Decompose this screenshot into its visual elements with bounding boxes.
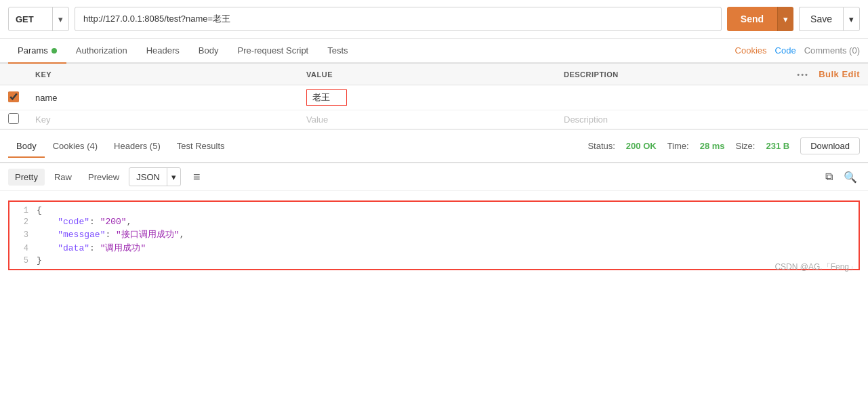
placeholder-checkbox[interactable] xyxy=(8,113,19,124)
json-format-arrow[interactable]: ▾ xyxy=(167,168,180,186)
placeholder-desc: Description xyxy=(564,114,608,125)
params-table: KEY VALUE DESCRIPTION ••• Bulk Edit xyxy=(0,64,868,129)
wrap-button[interactable]: ≡ xyxy=(189,169,205,186)
line-num-5: 5 xyxy=(9,256,37,266)
body-tab-raw[interactable]: Raw xyxy=(47,169,79,186)
tab-params[interactable]: Params xyxy=(8,39,66,64)
row-value-highlighted[interactable]: 老王 xyxy=(306,89,347,106)
col-key: KEY xyxy=(27,64,298,85)
code-line-5: 5 } xyxy=(9,255,859,266)
placeholder-row: Key Value Description xyxy=(0,110,868,129)
status-label: Status: xyxy=(587,141,615,151)
line-num-2: 2 xyxy=(9,217,37,227)
code-key-data: "data" xyxy=(58,243,89,253)
download-button[interactable]: Download xyxy=(800,137,860,154)
top-bar: GET ▾ Send ▾ Save ▾ xyxy=(0,0,868,39)
send-button[interactable]: Send xyxy=(727,7,777,31)
col-value: VALUE xyxy=(298,64,556,85)
tab-headers[interactable]: Headers xyxy=(137,39,189,64)
save-dropdown-arrow[interactable]: ▾ xyxy=(843,7,860,31)
table-row: name 老王 xyxy=(0,85,868,110)
time-label: Time: xyxy=(667,141,689,151)
search-icon[interactable]: 🔍 xyxy=(841,168,860,186)
url-input[interactable] xyxy=(75,7,722,31)
code-line-4: 4 "data": "调用成功" xyxy=(9,241,859,255)
line-num-4: 4 xyxy=(9,244,37,253)
method-dropdown[interactable]: GET ▾ xyxy=(8,7,69,31)
json-format-label: JSON xyxy=(129,172,167,182)
body-tab-pretty[interactable]: Pretty xyxy=(8,169,45,186)
resp-tab-headers-label: Headers (5) xyxy=(114,141,161,151)
save-button-group: Save ▾ xyxy=(799,7,860,31)
body-tab-preview[interactable]: Preview xyxy=(81,169,126,186)
time-value: 28 ms xyxy=(700,141,725,151)
response-body-tabs: Pretty Raw Preview JSON ▾ ≡ ⧉ 🔍 xyxy=(0,163,868,191)
placeholder-value: Value xyxy=(306,114,328,125)
body-tab-raw-label: Raw xyxy=(54,172,72,182)
placeholder-key-cell: Key xyxy=(27,110,298,129)
more-button[interactable]: ••• xyxy=(797,70,809,79)
tab-body[interactable]: Body xyxy=(189,39,228,64)
line-num-1: 1 xyxy=(9,206,37,215)
code-line-2: 2 "code": "200", xyxy=(9,216,859,228)
placeholder-desc-cell: Description xyxy=(556,110,703,129)
tab-authorization[interactable]: Authorization xyxy=(66,39,137,64)
copy-icon[interactable]: ⧉ xyxy=(823,168,835,186)
method-label: GET xyxy=(9,14,52,24)
resp-tab-testresults[interactable]: Test Results xyxy=(169,135,233,158)
right-icons: ⧉ 🔍 xyxy=(823,168,860,186)
code-brace-close: } xyxy=(37,255,859,266)
placeholder-key: Key xyxy=(35,114,50,125)
comments-link[interactable]: Comments (0) xyxy=(804,45,860,56)
tab-headers-label: Headers xyxy=(146,45,180,56)
tab-tests[interactable]: Tests xyxy=(318,39,357,64)
row-checkbox[interactable] xyxy=(8,91,19,102)
json-format-group[interactable]: JSON ▾ xyxy=(129,167,181,186)
tab-prerequest[interactable]: Pre-request Script xyxy=(228,39,318,64)
code-container: 1 { 2 "code": "200", 3 "messgae": "接口调用成… xyxy=(0,191,868,280)
watermark: CSDN @AG.「Feng」 xyxy=(774,261,857,273)
row-value-cell: 老王 xyxy=(298,85,556,110)
resp-tab-body[interactable]: Body xyxy=(8,135,45,158)
resp-tab-cookies[interactable]: Cookies (4) xyxy=(45,135,106,158)
code-val-messgae: "接口调用成功" xyxy=(116,230,180,240)
placeholder-value-cell: Value xyxy=(298,110,556,129)
response-header: Body Cookies (4) Headers (5) Test Result… xyxy=(0,130,868,163)
request-tabs: Params Authorization Headers Body Pre-re… xyxy=(0,39,868,64)
code-key-messgae: "messgae" xyxy=(58,230,105,240)
row-checkbox-cell xyxy=(0,85,27,110)
resp-tab-cookies-label: Cookies (4) xyxy=(53,141,98,151)
placeholder-action-cell xyxy=(703,110,868,129)
row-key-cell: name xyxy=(27,85,298,110)
size-label: Size: xyxy=(736,141,756,151)
resp-tab-headers[interactable]: Headers (5) xyxy=(106,135,169,158)
tab-tests-label: Tests xyxy=(327,45,348,56)
line-num-3: 3 xyxy=(9,230,37,240)
row-action-cell xyxy=(703,85,868,110)
right-actions: Cookies Code Comments (0) xyxy=(735,45,860,56)
row-desc-cell xyxy=(556,85,703,110)
tab-prerequest-label: Pre-request Script xyxy=(237,45,308,56)
code-val-data: "调用成功" xyxy=(100,243,146,253)
tab-params-label: Params xyxy=(18,45,48,56)
col-actions: ••• Bulk Edit xyxy=(703,64,868,85)
placeholder-checkbox-cell xyxy=(0,110,27,129)
send-dropdown-arrow[interactable]: ▾ xyxy=(777,7,793,31)
params-section: KEY VALUE DESCRIPTION ••• Bulk Edit xyxy=(0,64,868,130)
save-button[interactable]: Save xyxy=(799,7,843,31)
resp-tab-body-label: Body xyxy=(16,141,37,151)
code-highlighted-block: 1 { 2 "code": "200", 3 "messgae": "接口调用成… xyxy=(8,200,860,270)
code-line-4-content: "data": "调用成功" xyxy=(37,242,859,254)
status-code: 200 OK xyxy=(626,141,657,151)
tab-body-label: Body xyxy=(199,45,219,56)
response-section: Body Cookies (4) Headers (5) Test Result… xyxy=(0,130,868,280)
col-desc-label: DESCRIPTION xyxy=(564,70,619,79)
row-key-value: name xyxy=(35,93,58,103)
bulk-edit-button[interactable]: Bulk Edit xyxy=(819,69,860,79)
code-val-code: "200" xyxy=(100,217,127,227)
code-line-3: 3 "messgae": "接口调用成功", xyxy=(9,228,859,241)
size-value: 231 B xyxy=(766,141,789,151)
status-info: Status: 200 OK Time: 28 ms Size: 231 B D… xyxy=(587,137,860,154)
code-link[interactable]: Code xyxy=(775,45,796,56)
cookies-link[interactable]: Cookies xyxy=(735,45,767,56)
